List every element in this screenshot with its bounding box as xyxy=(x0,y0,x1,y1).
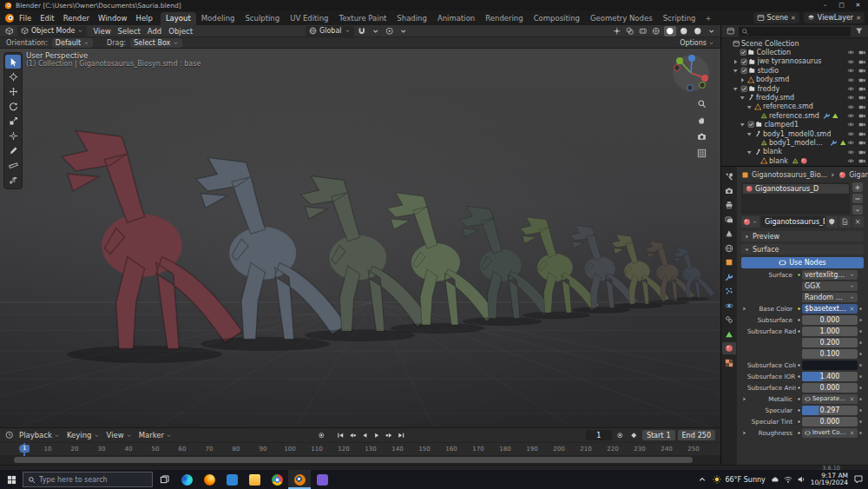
timeline-menu-keying[interactable]: Keying xyxy=(63,428,103,442)
outliner-search[interactable] xyxy=(739,27,851,36)
scene-clear-button[interactable]: ✕ xyxy=(791,15,796,22)
disclosure-closed-icon[interactable] xyxy=(741,306,747,312)
specular-tint-value[interactable]: 0.000 xyxy=(802,417,858,426)
disclosure-closed-icon[interactable] xyxy=(741,430,747,436)
view-layer-clear-button[interactable]: ✕ xyxy=(856,15,861,22)
prev-keyframe-button[interactable] xyxy=(347,430,358,440)
material-specials-button[interactable] xyxy=(852,205,863,215)
breadcrumb-object[interactable]: Giganotosaurus_Bio... xyxy=(752,171,827,179)
disable-in-render-icon[interactable] xyxy=(858,58,866,66)
properties-tab-view-layer[interactable] xyxy=(722,214,736,226)
zoom-icon[interactable] xyxy=(697,99,707,109)
properties-tab-tool[interactable] xyxy=(722,170,736,182)
subsurface-radius-value[interactable]: 1.000 xyxy=(802,327,858,336)
workspace-tab-animation[interactable]: Animation xyxy=(432,12,480,25)
dinosaur-model-10[interactable] xyxy=(674,248,714,301)
collection-checkbox-icon[interactable] xyxy=(747,121,755,129)
shading-rendered-button[interactable] xyxy=(692,26,704,36)
snap-dropdown-icon[interactable] xyxy=(371,26,382,36)
taskbar-app-blender[interactable] xyxy=(288,470,311,489)
outliner-row-clamped1[interactable]: clamped1 xyxy=(721,121,868,129)
outliner-row-reference-smd[interactable]: reference.smd xyxy=(721,111,868,120)
proportional-dropdown-icon[interactable] xyxy=(398,26,410,36)
disable-in-render-icon[interactable] xyxy=(858,130,866,138)
surface-value[interactable]: vertexlitgeneric xyxy=(802,270,858,280)
disclosure-closed-icon[interactable] xyxy=(739,76,746,84)
start-button[interactable] xyxy=(0,470,23,489)
outliner-row-blank[interactable]: blank xyxy=(721,148,868,156)
outliner-row-studio[interactable]: studio xyxy=(721,66,868,75)
random-walk-value[interactable]: Random Walk xyxy=(802,293,858,302)
disable-in-render-icon[interactable] xyxy=(858,85,866,93)
scene-selector[interactable]: Scene ✕ xyxy=(753,12,799,23)
disclosure-closed-icon[interactable] xyxy=(741,396,747,402)
workspace-tab-scripting[interactable]: Scripting xyxy=(658,12,701,25)
play-button[interactable] xyxy=(372,430,383,440)
timeline-menu-marker[interactable]: Marker xyxy=(135,428,175,442)
subsurface-ior-value[interactable]: 1.400 xyxy=(802,372,858,381)
disclosure-open-icon[interactable] xyxy=(732,85,740,93)
options-dropdown[interactable]: Options xyxy=(680,39,714,47)
grid-view-icon[interactable] xyxy=(697,149,707,158)
properties-tab-modifiers[interactable] xyxy=(722,271,736,283)
disclosure-open-icon[interactable] xyxy=(746,103,753,111)
outliner-row-jwe-tyrannosaurus[interactable]: jwe tyrannosaurus xyxy=(721,57,868,66)
tool-select-box[interactable] xyxy=(5,55,21,69)
keying-set-icon[interactable] xyxy=(615,430,626,440)
viewport-menu-view[interactable]: View xyxy=(89,25,114,36)
collection-checkbox-icon[interactable] xyxy=(740,58,748,66)
taskbar-search-input[interactable] xyxy=(39,476,148,484)
show-gizmo-icon[interactable] xyxy=(611,26,622,36)
proportional-editing-icon[interactable] xyxy=(385,26,396,36)
frame-start-field[interactable]: Start 1 xyxy=(642,430,675,440)
disable-in-render-icon[interactable] xyxy=(858,139,866,147)
surface-panel-header[interactable]: Surface xyxy=(741,244,864,254)
animate-decorator[interactable] xyxy=(858,409,864,412)
outliner-search-input[interactable] xyxy=(752,28,849,36)
outliner-row-scene-collection[interactable]: Scene Collection xyxy=(721,39,868,48)
taskbar-app-media-app[interactable] xyxy=(311,470,333,489)
properties-tab-texture[interactable] xyxy=(722,357,736,369)
use-nodes-button[interactable]: Use Nodes xyxy=(741,257,864,268)
taskbar-app-task-view[interactable] xyxy=(153,470,175,489)
disable-in-render-icon[interactable] xyxy=(858,49,866,56)
properties-tab-scene[interactable] xyxy=(722,228,736,240)
disclosure-open-icon[interactable] xyxy=(746,149,753,156)
minimize-button[interactable]: – xyxy=(817,0,833,10)
hide-in-viewport-icon[interactable] xyxy=(847,49,855,56)
disclosure-open-icon[interactable] xyxy=(732,67,740,75)
timeline-menu-playback[interactable]: Playback xyxy=(16,428,63,442)
subsurface-value[interactable]: 0.000 xyxy=(802,315,858,325)
taskbar-app-chrome[interactable] xyxy=(266,470,288,489)
outliner-row-reference-smd[interactable]: reference.smd xyxy=(721,102,868,111)
drag-setting-dropdown[interactable]: Select Box xyxy=(130,38,182,48)
collection-checkbox-icon[interactable] xyxy=(740,85,748,93)
3d-viewport[interactable]: User Perspective (1) Collection | Gigano… xyxy=(0,49,720,427)
play-reverse-button[interactable] xyxy=(359,430,371,440)
outliner-display-mode-icon[interactable] xyxy=(725,26,736,36)
disclosure-open-icon[interactable] xyxy=(746,130,753,138)
preview-panel-header[interactable]: Preview xyxy=(741,231,864,241)
shading-wireframe-button[interactable] xyxy=(650,26,662,36)
workspace-tab-compositing[interactable]: Compositing xyxy=(529,12,585,25)
shading-solid-button[interactable] xyxy=(664,26,676,36)
editor-type-icon[interactable] xyxy=(3,26,15,36)
menu-window[interactable]: Window xyxy=(94,10,132,25)
insert-keyframe-icon[interactable] xyxy=(628,430,640,440)
hide-in-viewport-icon[interactable] xyxy=(847,112,855,120)
animate-decorator[interactable] xyxy=(858,387,864,389)
menu-help[interactable]: Help xyxy=(131,10,156,25)
animate-decorator[interactable] xyxy=(858,307,864,310)
menu-file[interactable]: File xyxy=(15,10,36,25)
properties-tab-world[interactable] xyxy=(722,242,736,254)
jump-start-button[interactable] xyxy=(335,430,346,440)
camera-view-icon[interactable] xyxy=(697,132,707,142)
breadcrumb-material[interactable]: Giganotosau... xyxy=(849,171,868,179)
workspace-tab-texture-paint[interactable]: Texture Paint xyxy=(334,12,392,25)
tray-expand-icon[interactable] xyxy=(697,474,707,485)
subsurface-color-value[interactable] xyxy=(802,360,858,370)
base-color-value[interactable]: $basetexture xyxy=(802,304,858,314)
animate-decorator[interactable] xyxy=(858,319,864,321)
hide-in-viewport-icon[interactable] xyxy=(847,58,855,66)
timeline-menu-view[interactable]: View xyxy=(103,428,135,442)
